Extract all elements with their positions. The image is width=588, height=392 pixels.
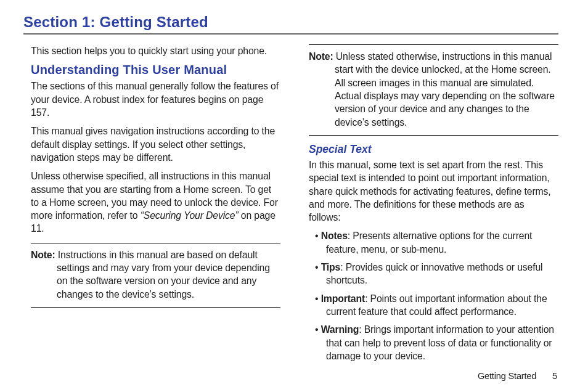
term-important: Important bbox=[321, 293, 365, 304]
def-warning: : Brings important information to your a… bbox=[326, 324, 554, 361]
title-rule bbox=[23, 33, 558, 35]
para-features: The sections of this manual generally fo… bbox=[31, 80, 280, 119]
section-title: Section 1: Getting Started bbox=[23, 14, 558, 31]
heading-special-text: Special Text bbox=[309, 143, 558, 156]
definition-list: Notes: Presents alternative options for … bbox=[309, 229, 558, 362]
footer-section-name: Getting Started bbox=[478, 371, 536, 381]
right-column: Note: Unless stated otherwise, instructi… bbox=[309, 44, 558, 367]
para-navigation: This manual gives navigation instruction… bbox=[31, 125, 280, 164]
note-unlocked-home: Note: Unless stated otherwise, instructi… bbox=[309, 44, 558, 136]
bullet-notes: Notes: Presents alternative options for … bbox=[309, 229, 558, 256]
page-footer: Getting Started 5 bbox=[478, 371, 557, 381]
heading-understanding: Understanding This User Manual bbox=[31, 63, 280, 77]
bullet-tips: Tips: Provides quick or innovative metho… bbox=[309, 261, 558, 287]
intro-paragraph: This section helps you to quickly start … bbox=[31, 44, 280, 57]
left-column: This section helps you to quickly start … bbox=[23, 44, 280, 367]
footer-page-number: 5 bbox=[552, 371, 557, 381]
para-home-screen: Unless otherwise specified, all instruct… bbox=[31, 169, 280, 235]
def-tips: : Provides quick or innovative methods o… bbox=[326, 262, 542, 285]
note-default-settings: Note: Instructions in this manual are ba… bbox=[31, 243, 280, 308]
note-body: Unless stated otherwise, instructions in… bbox=[333, 51, 555, 128]
term-tips: Tips bbox=[321, 262, 341, 272]
note-body: Instructions in this manual are based on… bbox=[55, 250, 270, 300]
term-notes: Notes bbox=[321, 231, 348, 241]
special-text-intro: In this manual, some text is set apart f… bbox=[309, 158, 558, 224]
term-warning: Warning bbox=[321, 324, 359, 335]
note-label: Note: bbox=[31, 250, 55, 260]
bullet-warning: Warning: Brings important information to… bbox=[309, 323, 558, 362]
ref-securing-device: “Securing Your Device” bbox=[141, 210, 239, 221]
bullet-important: Important: Points out important informat… bbox=[309, 292, 558, 319]
note-unlocked-home-text: Note: Unless stated otherwise, instructi… bbox=[309, 50, 558, 129]
def-notes: : Presents alternative options for the c… bbox=[326, 231, 532, 254]
note-label: Note: bbox=[309, 51, 333, 62]
two-column-layout: This section helps you to quickly start … bbox=[23, 44, 558, 367]
note-default-settings-text: Note: Instructions in this manual are ba… bbox=[31, 248, 280, 301]
